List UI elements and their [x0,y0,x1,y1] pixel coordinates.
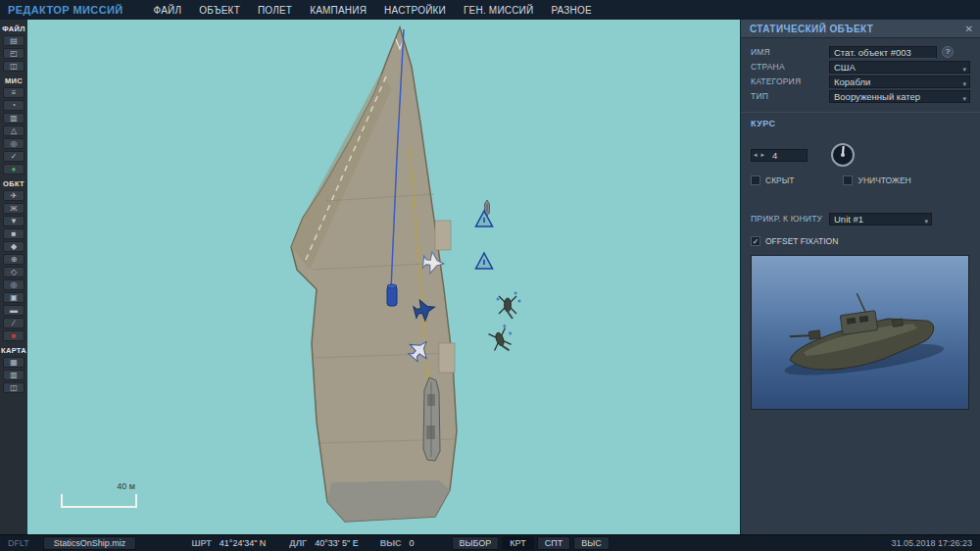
offset-fixation-checkbox[interactable]: ✓ [751,236,760,246]
flags-row: СКРЫТ УНИЧТОЖЕН [751,175,970,185]
decrement-icon[interactable]: ◂ [752,151,760,159]
measure-icon[interactable]: ∕ [3,318,24,328]
hidden-checkbox[interactable] [751,175,760,185]
name-label: ИМЯ [751,47,829,57]
static-object-panel: СТАТИЧЕСКИЙ ОБЪЕКТ ✕ ИМЯ ? СТРАНА США ▾ … [740,20,980,534]
ship-icon[interactable]: ▼ [3,216,24,226]
offset-fixation-row: ✓ OFFSET FIXATION [751,236,970,246]
top-menu-bar: РЕДАКТОР МИССИЙ ФАЙЛ ОБЪЕКТ ПОЛЕТ КАМПАН… [0,0,980,20]
course-row: ◂ ▸ 4 [751,143,970,167]
chevron-down-icon: ▾ [962,78,966,89]
help-icon[interactable]: ? [942,46,954,58]
save-mission-icon[interactable]: ◫ [3,61,24,72]
divider [741,112,980,113]
mission-file-button[interactable]: StaticsOnShip.miz [43,536,137,550]
vehicle-icon[interactable]: ■ [3,228,24,239]
type-label: ТИП [751,91,829,101]
destroyed-checkbox[interactable] [843,175,853,185]
weather-icon[interactable]: ◔ [3,100,24,111]
link-unit-value: Unit #1 [834,214,863,225]
longitude-label: ДЛГ [289,538,307,548]
selected-static-object-marker[interactable] [387,284,397,306]
link-unit-label: ПРИКР. К ЮНИТУ [751,214,829,224]
left-toolbar: ФАЙЛ▤◰◫МИС≡◔▥△◎✓●ОБКТ✈Ж▼■◆⊕◇◎▣▬∕■КАРТА▦▥… [0,20,27,534]
template-icon[interactable]: ▣ [3,292,24,303]
menu-object[interactable]: ОБЪЕКТ [199,5,240,16]
course-spinner[interactable]: ◂ ▸ 4 [751,149,808,162]
chevron-down-icon: ▾ [962,93,966,104]
elevation-toggle-button[interactable]: ВЫС [573,536,609,550]
chevron-down-icon: ▾ [924,216,928,226]
menu-file[interactable]: ФАЙЛ [154,5,182,16]
route-icon[interactable]: ◇ [3,267,24,277]
map-viewport[interactable]: 40 м [27,20,740,534]
helicopter-unit-1[interactable] [497,292,521,320]
map-info-icon[interactable]: ◫ [3,382,24,393]
menu-flight[interactable]: ПОЛЕТ [258,5,292,16]
status-bar: DFLT StaticsOnShip.miz ШРТ 41°24'34" N Д… [0,534,980,551]
panel-header: СТАТИЧЕСКИЙ ОБЪЕКТ ✕ [741,20,980,38]
label-icon[interactable]: ▬ [3,305,24,316]
destroyed-label: УНИЧТОЖЕН [858,175,910,185]
menu-mission-gen[interactable]: ГЕН. МИССИЙ [464,5,533,16]
check-mission-icon[interactable]: ✓ [3,151,24,162]
warning-triangle-icon-2[interactable] [476,253,493,269]
category-select[interactable]: Корабли ▾ [829,75,970,88]
map-canvas[interactable] [27,20,740,534]
delete-object-icon[interactable]: ■ [3,330,24,341]
open-mission-icon[interactable]: ◰ [3,48,24,59]
app-title: РЕДАКТОР МИССИЙ [8,4,123,16]
menu-settings[interactable]: НАСТРОЙКИ [384,5,446,16]
heading-dial[interactable] [831,143,855,167]
category-value: Корабли [834,76,870,87]
course-value: 4 [772,150,777,161]
start-mission-icon[interactable]: ● [3,164,24,175]
select-mode-button[interactable]: ВЫБОР [452,536,500,550]
name-input[interactable] [829,46,937,59]
type-row: ТИП Вооруженный катер ▾ [751,89,970,103]
close-icon[interactable]: ✕ [965,24,973,34]
altitude-label: ВЫС [380,538,402,548]
category-row: КАТЕГОРИЯ Корабли ▾ [751,75,970,88]
link-unit-select[interactable]: Unit #1 ▾ [829,213,932,225]
chevron-down-icon: ▾ [962,64,966,75]
map-grid-icon[interactable]: ▥ [3,370,24,380]
helicopter-icon[interactable]: Ж [3,203,24,214]
satellite-toggle-button[interactable]: СПТ [537,536,570,550]
increment-icon[interactable]: ▸ [760,151,767,159]
dial-center-icon [841,153,845,157]
menu-campaign[interactable]: КАМПАНИЯ [310,5,367,16]
altitude-value: 0 [410,538,415,548]
static-object-icon[interactable]: ◆ [3,241,24,252]
country-select[interactable]: США ▾ [829,61,970,74]
rules-icon[interactable]: ◎ [3,138,24,149]
warning-triangle-icon-1[interactable] [476,211,493,226]
offset-fixation-label: OFFSET FIXATION [765,236,838,246]
latitude-value: 41°24'34" N [220,538,267,548]
helicopter-unit-2[interactable] [487,324,516,356]
new-mission-icon[interactable]: ▤ [3,35,24,46]
mission-list-icon[interactable]: ≡ [3,87,24,98]
aircraft-icon[interactable]: ✈ [3,190,24,201]
zone-icon[interactable]: ◎ [3,279,24,290]
type-value: Вооруженный катер [834,91,920,102]
triggers-icon[interactable]: △ [3,125,24,136]
category-label: КАТЕГОРИЯ [751,76,829,86]
map-layers-icon[interactable]: ▦ [3,357,24,368]
briefing-icon[interactable]: ▥ [3,113,24,124]
menu-misc[interactable]: РАЗНОЕ [551,5,591,16]
hidden-label: СКРЫТ [765,175,794,185]
panel-title: СТАТИЧЕСКИЙ ОБЪЕКТ [750,24,965,34]
object-preview [751,255,969,410]
toolbar-group-label: МИС [0,76,27,85]
map-toggle-button[interactable]: КРТ [502,536,533,550]
map-scale-bar: 40 м [61,494,137,508]
airfield-icon[interactable]: ⊕ [3,254,24,265]
name-row: ИМЯ ? [751,45,970,59]
mode-indicator[interactable]: DFLT [8,538,29,548]
type-select[interactable]: Вооруженный катер ▾ [829,90,970,103]
latitude-label: ШРТ [191,538,211,548]
boat-preview-image [752,256,969,410]
toolbar-group-label: ОБКТ [0,179,27,188]
moored-ship[interactable] [423,377,440,461]
